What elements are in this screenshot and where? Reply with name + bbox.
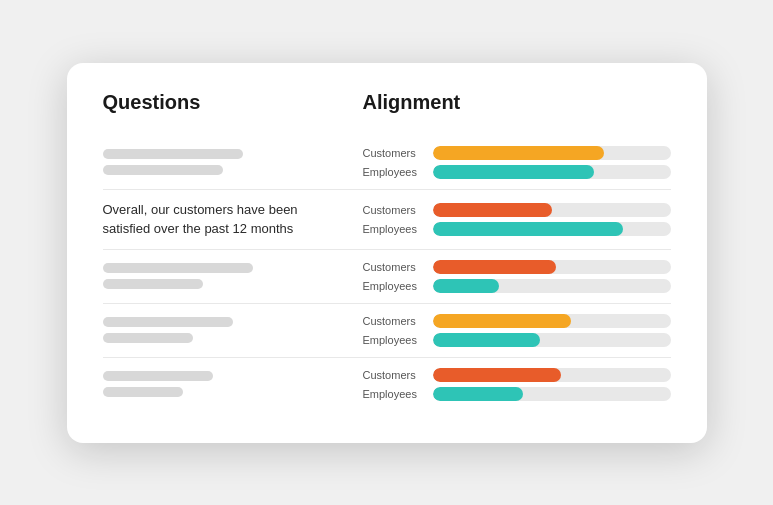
employees-bar-row: Employees	[363, 279, 671, 293]
table-row: CustomersEmployees	[103, 136, 671, 190]
customers-bar-fill	[433, 146, 604, 160]
employees-bar-fill	[433, 279, 500, 293]
question-cell	[103, 371, 363, 397]
table-header: Questions Alignment	[103, 91, 671, 126]
customers-bar-row: Customers	[363, 260, 671, 274]
customers-bar-fill	[433, 314, 571, 328]
alignment-cell: CustomersEmployees	[363, 146, 671, 179]
customers-bar-fill	[433, 260, 557, 274]
employees-bar-row: Employees	[363, 165, 671, 179]
employees-bar-fill	[433, 222, 623, 236]
customers-label: Customers	[363, 369, 425, 381]
customers-label: Customers	[363, 261, 425, 273]
customers-bar-fill	[433, 368, 562, 382]
employees-bar-track	[433, 333, 671, 347]
placeholder-line	[103, 317, 233, 327]
employees-label: Employees	[363, 388, 425, 400]
placeholder-line	[103, 387, 183, 397]
employees-bar-track	[433, 222, 671, 236]
employees-label: Employees	[363, 166, 425, 178]
employees-bar-fill	[433, 333, 540, 347]
table-row: CustomersEmployees	[103, 358, 671, 411]
placeholder-lines	[103, 317, 343, 343]
question-cell	[103, 317, 363, 343]
employees-bar-fill	[433, 165, 595, 179]
customers-bar-track	[433, 260, 671, 274]
employees-bar-row: Employees	[363, 387, 671, 401]
table-row: CustomersEmployees	[103, 250, 671, 304]
alignment-header: Alignment	[363, 91, 671, 126]
customers-label: Customers	[363, 204, 425, 216]
customers-label: Customers	[363, 315, 425, 327]
alignment-header-label: Alignment	[363, 91, 671, 114]
alignment-cell: CustomersEmployees	[363, 203, 671, 236]
employees-bar-fill	[433, 387, 523, 401]
question-cell	[103, 263, 363, 289]
employees-bar-track	[433, 165, 671, 179]
customers-bar-row: Customers	[363, 314, 671, 328]
customers-bar-fill	[433, 203, 552, 217]
employees-label: Employees	[363, 334, 425, 346]
employees-bar-row: Employees	[363, 333, 671, 347]
alignment-cell: CustomersEmployees	[363, 314, 671, 347]
question-cell: Overall, our customers have been satisfi…	[103, 200, 363, 239]
employees-label: Employees	[363, 223, 425, 235]
customers-bar-track	[433, 314, 671, 328]
placeholder-line	[103, 279, 203, 289]
employees-bar-track	[433, 279, 671, 293]
questions-header-label: Questions	[103, 91, 363, 114]
question-text: Overall, our customers have been satisfi…	[103, 200, 343, 239]
customers-bar-row: Customers	[363, 203, 671, 217]
placeholder-line	[103, 371, 213, 381]
customers-bar-row: Customers	[363, 146, 671, 160]
customers-bar-track	[433, 203, 671, 217]
table-row: Overall, our customers have been satisfi…	[103, 190, 671, 250]
placeholder-line	[103, 165, 223, 175]
placeholder-lines	[103, 371, 343, 397]
employees-bar-row: Employees	[363, 222, 671, 236]
placeholder-line	[103, 149, 243, 159]
alignment-cell: CustomersEmployees	[363, 260, 671, 293]
main-card: Questions Alignment CustomersEmployeesOv…	[67, 63, 707, 443]
employees-label: Employees	[363, 280, 425, 292]
placeholder-line	[103, 263, 253, 273]
table-body: CustomersEmployeesOverall, our customers…	[103, 136, 671, 411]
question-cell	[103, 149, 363, 175]
customers-bar-track	[433, 146, 671, 160]
alignment-cell: CustomersEmployees	[363, 368, 671, 401]
placeholder-lines	[103, 149, 343, 175]
table-row: CustomersEmployees	[103, 304, 671, 358]
customers-label: Customers	[363, 147, 425, 159]
employees-bar-track	[433, 387, 671, 401]
customers-bar-row: Customers	[363, 368, 671, 382]
questions-header: Questions	[103, 91, 363, 126]
placeholder-line	[103, 333, 193, 343]
placeholder-lines	[103, 263, 343, 289]
customers-bar-track	[433, 368, 671, 382]
